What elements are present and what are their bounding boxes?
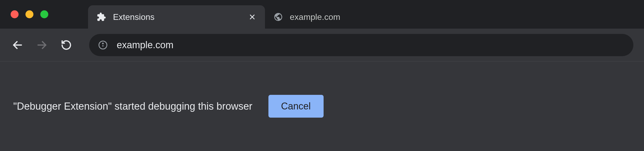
puzzle-piece-icon	[96, 12, 107, 22]
address-bar[interactable]: example.com	[89, 34, 633, 56]
tab-title: example.com	[290, 12, 340, 22]
tab-strip: Extensions example.com	[0, 0, 644, 29]
window-maximize-button[interactable]	[40, 10, 48, 18]
globe-icon	[273, 12, 284, 22]
info-bar-message: "Debugger Extension" started debugging t…	[13, 101, 253, 112]
cancel-button[interactable]: Cancel	[268, 95, 324, 118]
reload-button[interactable]	[59, 38, 73, 52]
svg-point-6	[103, 43, 103, 44]
window-minimize-button[interactable]	[25, 10, 33, 18]
toolbar: example.com	[0, 29, 644, 61]
tab-example[interactable]: example.com	[265, 5, 348, 29]
tab-title: Extensions	[113, 12, 155, 22]
tab-extensions[interactable]: Extensions	[88, 5, 265, 29]
tab-close-button[interactable]	[247, 12, 257, 22]
site-info-icon[interactable]	[97, 39, 109, 51]
back-button[interactable]	[11, 38, 24, 52]
window-close-button[interactable]	[11, 10, 19, 18]
forward-button[interactable]	[35, 38, 49, 52]
debugger-info-bar: "Debugger Extension" started debugging t…	[0, 61, 644, 151]
window-controls	[11, 10, 48, 18]
url-text: example.com	[117, 39, 173, 51]
